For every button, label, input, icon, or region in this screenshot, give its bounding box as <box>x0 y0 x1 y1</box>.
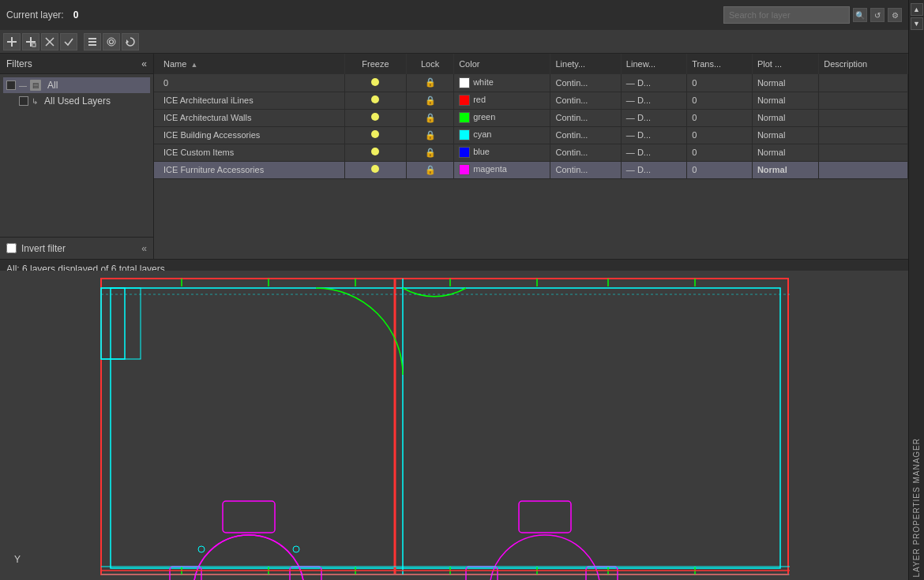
layer-table-container: Name ▲ Freeze Lock Color Linety... Linew… <box>154 54 908 259</box>
table-row[interactable]: ICE Furniture Accessories🔒magentaContin.… <box>154 161 908 178</box>
filter-checkbox-used[interactable] <box>19 96 28 106</box>
cell-transparency: 0 <box>687 109 753 126</box>
drawing-canvas: Y <box>0 271 924 580</box>
current-layer-label: Current layer: <box>6 9 64 21</box>
svg-point-11 <box>107 38 115 46</box>
cell-plot: Normal <box>752 161 818 178</box>
cell-color[interactable]: white <box>454 74 550 92</box>
layer-settings-button[interactable] <box>103 33 120 51</box>
sidebar-btn-1[interactable]: ▲ <box>911 3 923 16</box>
table-row[interactable]: ICE Custom Items🔒blueContin...— D...0Nor… <box>154 144 908 161</box>
filters-collapse-button[interactable]: « <box>141 58 147 69</box>
sidebar-btn-2[interactable]: ▼ <box>911 17 923 30</box>
table-row[interactable]: ICE Building Accessories🔒cyanContin...— … <box>154 126 908 144</box>
new-layer-button[interactable] <box>3 33 21 51</box>
delete-layer-button[interactable] <box>41 33 58 51</box>
svg-rect-9 <box>88 44 96 46</box>
invert-filter-collapse[interactable]: « <box>141 243 147 254</box>
svg-text:Y: Y <box>14 554 21 565</box>
cell-plot: Normal <box>752 92 818 109</box>
layer-states-button[interactable] <box>84 33 101 51</box>
search-button[interactable]: 🔍 <box>853 8 867 22</box>
svg-point-10 <box>110 39 114 43</box>
set-current-button[interactable] <box>60 33 77 51</box>
cell-freeze[interactable] <box>344 144 406 161</box>
col-plot[interactable]: Plot ... <box>752 54 818 74</box>
cell-lock[interactable]: 🔒 <box>407 109 454 126</box>
panel-header: Current layer: 0 🔍 ↺ ⚙ <box>0 0 908 30</box>
refresh-layers-button[interactable] <box>122 33 139 51</box>
cell-freeze[interactable] <box>344 74 406 92</box>
layer-properties-label: LAYER PROPERTIES MANAGER <box>912 435 921 577</box>
cell-lineweight: — D... <box>621 74 686 92</box>
layer-table-body: 0🔒whiteContin...— D...0NormalICE Archite… <box>154 74 908 178</box>
search-container: 🔍 ↺ ⚙ <box>723 6 902 24</box>
svg-rect-1 <box>11 37 13 47</box>
cell-name: ICE Furniture Accessories <box>154 161 344 178</box>
cell-color[interactable]: blue <box>454 144 550 161</box>
drawing-area[interactable]: Y <box>0 271 924 580</box>
table-row[interactable]: 0🔒whiteContin...— D...0Normal <box>154 74 908 92</box>
cell-description <box>819 109 908 126</box>
filter-all-label: All <box>47 80 58 91</box>
cell-lineweight: — D... <box>621 144 686 161</box>
cell-lock[interactable]: 🔒 <box>407 144 454 161</box>
svg-marker-12 <box>126 39 129 44</box>
col-color[interactable]: Color <box>454 54 550 74</box>
layer-properties-panel: Current layer: 0 🔍 ↺ ⚙ <box>0 0 908 279</box>
cell-linetype: Contin... <box>550 92 621 109</box>
search-input[interactable] <box>723 6 850 24</box>
cell-color[interactable]: red <box>454 92 550 109</box>
cell-lock[interactable]: 🔒 <box>407 92 454 109</box>
filters-title: Filters <box>6 58 32 69</box>
cell-transparency: 0 <box>687 126 753 144</box>
new-layer-vp-button[interactable] <box>22 33 39 51</box>
svg-rect-3 <box>30 37 32 47</box>
filter-checkbox-all[interactable] <box>6 80 16 90</box>
cell-freeze[interactable] <box>344 92 406 109</box>
layer-table: Name ▲ Freeze Lock Color Linety... Linew… <box>154 54 908 179</box>
cell-freeze[interactable] <box>344 109 406 126</box>
right-sidebar: ▲ ▼ LAYER PROPERTIES MANAGER <box>908 0 924 580</box>
cell-color[interactable]: green <box>454 109 550 126</box>
refresh-button[interactable]: ↺ <box>870 8 885 22</box>
filter-item-all[interactable]: — ▤ All <box>3 77 150 93</box>
col-description[interactable]: Description <box>819 54 908 74</box>
filter-item-all-used[interactable]: ↳ All Used Layers <box>3 93 150 109</box>
cell-lineweight: — D... <box>621 126 686 144</box>
cell-description <box>819 161 908 178</box>
col-lineweight[interactable]: Linew... <box>621 54 686 74</box>
col-transparency[interactable]: Trans... <box>687 54 753 74</box>
cell-lock[interactable]: 🔒 <box>407 126 454 144</box>
cell-name: ICE Architectural Walls <box>154 109 344 126</box>
filter-tree-dash: — <box>19 81 27 90</box>
cell-freeze[interactable] <box>344 126 406 144</box>
cell-linetype: Contin... <box>550 74 621 92</box>
col-name[interactable]: Name ▲ <box>154 54 344 74</box>
cell-transparency: 0 <box>687 144 753 161</box>
cell-lineweight: — D... <box>621 161 686 178</box>
cell-linetype: Contin... <box>550 161 621 178</box>
filter-used-tree-icon: ↳ <box>32 97 38 106</box>
cell-name: 0 <box>154 74 344 92</box>
table-row[interactable]: ICE Architectural Walls🔒greenContin...— … <box>154 109 908 126</box>
cell-name: ICE Custom Items <box>154 144 344 161</box>
table-row[interactable]: ICE Architectural iLines🔒redContin...— D… <box>154 92 908 109</box>
settings-button[interactable]: ⚙ <box>888 8 902 22</box>
col-lock[interactable]: Lock <box>407 54 454 74</box>
cell-description <box>819 144 908 161</box>
cell-plot: Normal <box>752 109 818 126</box>
cell-lineweight: — D... <box>621 109 686 126</box>
cell-linetype: Contin... <box>550 144 621 161</box>
invert-filter-row: Invert filter « <box>0 237 153 259</box>
invert-filter-checkbox[interactable] <box>6 243 17 253</box>
col-freeze[interactable]: Freeze <box>344 54 406 74</box>
cell-lock[interactable]: 🔒 <box>407 74 454 92</box>
cell-description <box>819 126 908 144</box>
cell-freeze[interactable] <box>344 161 406 178</box>
cell-color[interactable]: magenta <box>454 161 550 178</box>
col-linetype[interactable]: Linety... <box>550 54 621 74</box>
cell-color[interactable]: cyan <box>454 126 550 144</box>
cell-lock[interactable]: 🔒 <box>407 161 454 178</box>
cell-plot: Normal <box>752 74 818 92</box>
